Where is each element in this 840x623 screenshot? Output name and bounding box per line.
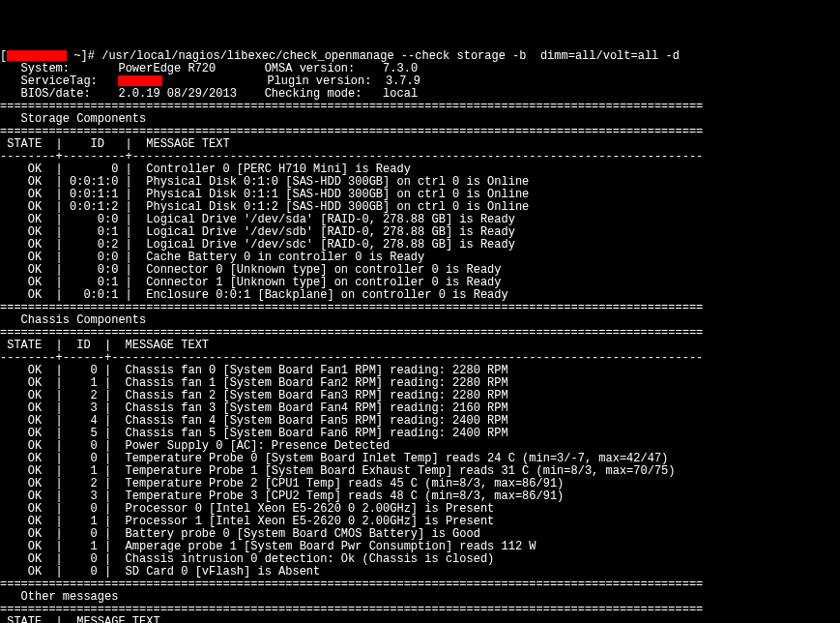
- table-row: OK | 0:0 | Cache Battery 0 in controller…: [0, 251, 424, 264]
- table-row: OK | 2 | Chassis fan 2 [System Board Fan…: [0, 389, 508, 402]
- service-label: ServiceTag:: [21, 74, 119, 88]
- sep: ========================================…: [0, 326, 703, 340]
- table-row: OK | 0 | Controller 0 [PERC H710 Mini] i…: [0, 163, 411, 176]
- chassis-title: Chassis Components: [0, 313, 146, 327]
- table-row: OK | 3 | Chassis fan 3 [System Board Fan…: [0, 401, 508, 415]
- system-line: System: PowerEdge R720 OMSA version: 7.3…: [21, 62, 418, 75]
- table-row: OK | 0:0:1:0 | Physical Disk 0:1:0 [SAS-…: [0, 175, 529, 189]
- table-row: OK | 0:1 | Connector 1 [Unknown type] on…: [0, 276, 501, 289]
- table-row: OK | 1 | Processor 1 [Intel Xeon E5-2620…: [0, 515, 494, 528]
- table-row: OK | 0 | Battery probe 0 [System Board C…: [0, 527, 480, 541]
- table-row: OK | 0:2 | Logical Drive '/dev/sdc' [RAI…: [0, 238, 515, 252]
- hr: --------+---------+---------------------…: [0, 150, 703, 163]
- other-header: STATE | MESSAGE TEXT: [0, 615, 160, 623]
- chassis-header: STATE | ID | MESSAGE TEXT: [0, 339, 209, 352]
- sep: ========================================…: [0, 100, 703, 113]
- hr: --------+------+------------------------…: [0, 351, 703, 365]
- table-row: OK | 0:1 | Logical Drive '/dev/sdb' [RAI…: [0, 225, 515, 239]
- table-row: OK | 5 | Chassis fan 5 [System Board Fan…: [0, 427, 508, 440]
- prompt-right: ~]#: [67, 49, 101, 63]
- table-row: OK | 0 | Temperature Probe 0 [System Boa…: [0, 452, 668, 465]
- table-row: OK | 2 | Temperature Probe 2 [CPU1 Temp]…: [0, 477, 564, 490]
- service-rest: Plugin version: 3.7.9: [162, 74, 420, 88]
- sep: ========================================…: [0, 301, 703, 314]
- table-row: OK | 1 | Temperature Probe 1 [System Boa…: [0, 464, 676, 478]
- table-row: OK | 0 | Chassis intrusion 0 detection: …: [0, 552, 494, 566]
- table-row: OK | 1 | Chassis fan 1 [System Board Fan…: [0, 376, 508, 390]
- table-row: OK | 3 | Temperature Probe 3 [CPU2 Temp]…: [0, 490, 564, 503]
- table-row: OK | 4 | Chassis fan 4 [System Board Fan…: [0, 414, 508, 428]
- table-row: OK | 0 | Chassis fan 0 [System Board Fan…: [0, 364, 508, 377]
- redacted-hostname: xxxxxxxx: [7, 50, 67, 61]
- bios-line: BIOS/date: 2.0.19 08/29/2013 Checking mo…: [21, 87, 418, 101]
- table-row: OK | 1 | Amperage probe 1 [System Board …: [0, 540, 536, 553]
- prompt-left: [: [0, 49, 7, 63]
- table-row: OK | 0 | Processor 0 [Intel Xeon E5-2620…: [0, 502, 494, 516]
- storage-title: Storage Components: [0, 112, 146, 126]
- table-row: OK | 0 | SD Card 0 [vFlash] is Absent: [0, 565, 320, 578]
- redacted-servicetag: xxxxxx: [118, 75, 162, 86]
- command-text: /usr/local/nagios/libexec/check_openmana…: [101, 49, 680, 63]
- terminal-output[interactable]: [xxxxxxxx ~]# /usr/local/nagios/libexec/…: [0, 50, 840, 623]
- table-row: OK | 0:0:1:2 | Physical Disk 0:1:2 [SAS-…: [0, 200, 529, 214]
- table-row: OK | 0 | Power Supply 0 [AC]: Presence D…: [0, 439, 390, 453]
- table-row: OK | 0:0 | Logical Drive '/dev/sda' [RAI…: [0, 213, 515, 226]
- table-row: OK | 0:0 | Connector 0 [Unknown type] on…: [0, 263, 501, 277]
- storage-header: STATE | ID | MESSAGE TEXT: [0, 137, 230, 151]
- other-title: Other messages: [0, 590, 118, 604]
- table-row: OK | 0:0:1:1 | Physical Disk 0:1:1 [SAS-…: [0, 188, 529, 201]
- sep: ========================================…: [0, 125, 703, 138]
- sep: ========================================…: [0, 603, 703, 616]
- sep: ========================================…: [0, 578, 703, 591]
- table-row: OK | 0:0:1 | Enclosure 0:0:1 [Backplane]…: [0, 288, 508, 302]
